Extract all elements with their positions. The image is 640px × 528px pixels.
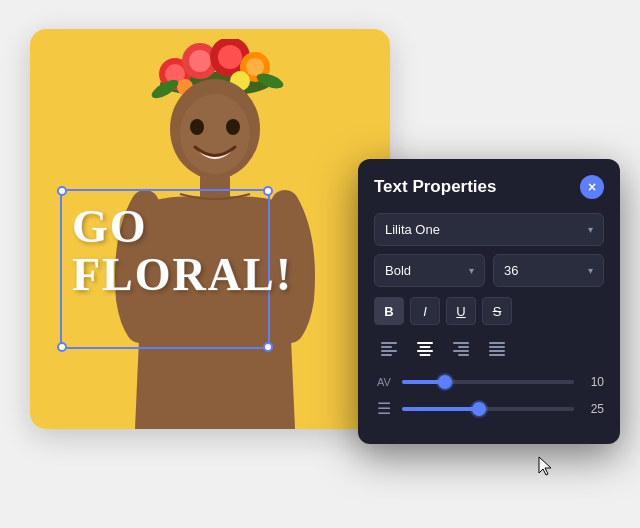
font-style-size-row: Bold ▾ 36 ▾ xyxy=(374,254,604,287)
text-line-2: FLORAL! xyxy=(72,251,293,299)
svg-rect-33 xyxy=(489,354,505,356)
svg-point-16 xyxy=(226,119,240,135)
svg-point-15 xyxy=(190,119,204,135)
svg-rect-23 xyxy=(420,346,431,348)
font-size-value: 36 xyxy=(504,263,518,278)
line-height-fill xyxy=(402,407,479,411)
svg-point-6 xyxy=(218,45,242,69)
svg-point-8 xyxy=(246,58,264,76)
font-style-select[interactable]: Bold ▾ xyxy=(374,254,485,287)
tracking-thumb[interactable] xyxy=(438,375,452,389)
align-buttons-row xyxy=(374,335,604,363)
text-selection-box[interactable]: GO FLORAL! xyxy=(60,189,270,349)
svg-point-4 xyxy=(189,50,211,72)
panel-header: Text Properties × xyxy=(374,175,604,199)
svg-rect-25 xyxy=(420,354,431,356)
panel-title: Text Properties xyxy=(374,177,497,197)
line-height-slider-row: ☰ 25 xyxy=(374,399,604,418)
strikethrough-button[interactable]: S xyxy=(482,297,512,325)
handle-bottom-right[interactable] xyxy=(263,342,273,352)
font-style-value: Bold xyxy=(385,263,411,278)
tracking-value: 10 xyxy=(582,375,604,389)
tracking-track[interactable] xyxy=(402,380,574,384)
font-family-value: Lilita One xyxy=(385,222,440,237)
svg-rect-19 xyxy=(381,346,392,348)
align-center-button[interactable] xyxy=(410,335,440,363)
italic-button[interactable]: I xyxy=(410,297,440,325)
tracking-label: AV xyxy=(374,376,394,388)
mouse-cursor xyxy=(535,455,555,479)
svg-rect-22 xyxy=(417,342,433,344)
underline-button[interactable]: U xyxy=(446,297,476,325)
font-size-chevron: ▾ xyxy=(588,265,593,276)
svg-rect-30 xyxy=(489,342,505,344)
svg-rect-27 xyxy=(458,346,469,348)
scene: GO FLORAL! Text Properties × Lilita One … xyxy=(20,19,620,509)
handle-top-right[interactable] xyxy=(263,186,273,196)
align-justify-button[interactable] xyxy=(482,335,512,363)
text-properties-panel: Text Properties × Lilita One ▾ Bold ▾ 36… xyxy=(358,159,620,444)
font-family-select[interactable]: Lilita One ▾ xyxy=(374,213,604,246)
font-family-chevron: ▾ xyxy=(588,224,593,235)
text-line-1: GO xyxy=(72,203,293,251)
svg-rect-28 xyxy=(453,350,469,352)
svg-point-14 xyxy=(180,94,250,174)
align-left-button[interactable] xyxy=(374,335,404,363)
font-size-select[interactable]: 36 ▾ xyxy=(493,254,604,287)
font-style-chevron: ▾ xyxy=(469,265,474,276)
svg-rect-18 xyxy=(381,342,397,344)
format-buttons-row: B I U S xyxy=(374,297,604,325)
font-family-row: Lilita One ▾ xyxy=(374,213,604,246)
line-height-track[interactable] xyxy=(402,407,574,411)
tracking-slider-row: AV 10 xyxy=(374,375,604,389)
overlay-text[interactable]: GO FLORAL! xyxy=(72,203,293,300)
image-background: GO FLORAL! xyxy=(30,29,390,429)
svg-rect-24 xyxy=(417,350,433,352)
line-height-thumb[interactable] xyxy=(472,402,486,416)
close-button[interactable]: × xyxy=(580,175,604,199)
bold-button[interactable]: B xyxy=(374,297,404,325)
svg-rect-29 xyxy=(458,354,469,356)
handle-top-left[interactable] xyxy=(57,186,67,196)
svg-rect-32 xyxy=(489,350,505,352)
align-right-button[interactable] xyxy=(446,335,476,363)
image-card: GO FLORAL! xyxy=(30,29,390,429)
svg-rect-26 xyxy=(453,342,469,344)
line-height-value: 25 xyxy=(582,402,604,416)
line-height-label: ☰ xyxy=(374,399,394,418)
svg-rect-21 xyxy=(381,354,392,356)
svg-rect-31 xyxy=(489,346,505,348)
handle-bottom-left[interactable] xyxy=(57,342,67,352)
svg-rect-20 xyxy=(381,350,397,352)
